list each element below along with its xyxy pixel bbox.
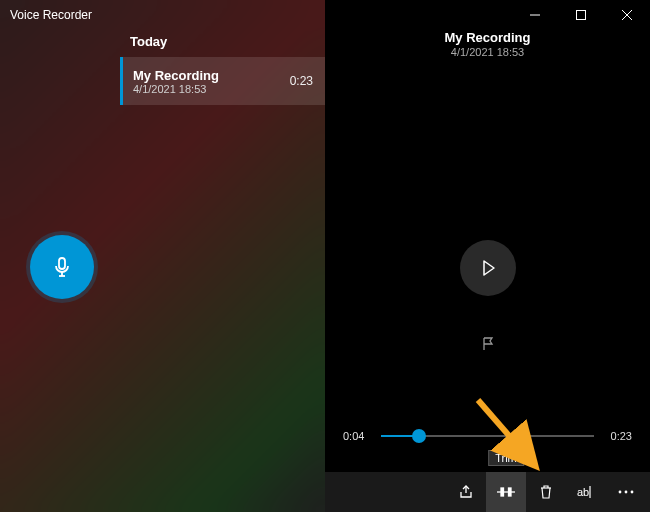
- svg-rect-4: [577, 11, 586, 20]
- play-button[interactable]: [460, 240, 516, 296]
- trim-icon: [497, 485, 515, 499]
- maximize-icon: [576, 10, 586, 20]
- play-icon: [478, 258, 498, 278]
- seek-track[interactable]: [381, 435, 594, 437]
- rename-button[interactable]: ab: [566, 472, 606, 512]
- minimize-button[interactable]: [512, 0, 558, 30]
- time-total: 0:23: [604, 430, 632, 442]
- svg-rect-9: [501, 488, 504, 496]
- svg-point-14: [625, 491, 628, 494]
- record-button[interactable]: [30, 235, 94, 299]
- add-marker-button[interactable]: [472, 328, 504, 360]
- title-bar: Voice Recorder: [0, 0, 325, 30]
- trim-tooltip: Trim: [488, 450, 524, 466]
- recording-duration: 0:23: [290, 74, 313, 88]
- seek-thumb[interactable]: [412, 429, 426, 443]
- microphone-icon: [50, 255, 74, 279]
- recording-name: My Recording: [133, 68, 290, 83]
- recording-date: 4/1/2021 18:53: [133, 83, 290, 95]
- recording-item[interactable]: My Recording 4/1/2021 18:53 0:23: [120, 57, 325, 105]
- rename-icon: ab: [577, 485, 595, 499]
- playback-timeline: 0:04 0:23: [343, 430, 632, 442]
- close-icon: [622, 10, 632, 20]
- svg-marker-7: [484, 261, 494, 275]
- svg-point-13: [619, 491, 622, 494]
- svg-rect-0: [59, 258, 65, 269]
- maximize-button[interactable]: [558, 0, 604, 30]
- flag-icon: [480, 336, 496, 352]
- trim-button[interactable]: Trim: [486, 472, 526, 512]
- share-icon: [458, 484, 474, 500]
- svg-rect-10: [509, 488, 512, 496]
- more-icon: [618, 490, 634, 494]
- detail-date: 4/1/2021 18:53: [451, 46, 524, 58]
- svg-text:ab: ab: [577, 486, 589, 498]
- share-button[interactable]: [446, 472, 486, 512]
- svg-point-15: [631, 491, 634, 494]
- delete-button[interactable]: [526, 472, 566, 512]
- app-title: Voice Recorder: [10, 8, 92, 22]
- detail-toolbar: Trim ab: [325, 472, 650, 512]
- list-group-header: Today: [130, 34, 325, 49]
- detail-pane: My Recording 4/1/2021 18:53 0:04 0:23: [325, 0, 650, 512]
- close-button[interactable]: [604, 0, 650, 30]
- more-button[interactable]: [606, 472, 646, 512]
- recordings-list-pane: Voice Recorder Today My Recording 4/1/20…: [0, 0, 325, 512]
- minimize-icon: [530, 10, 540, 20]
- trash-icon: [539, 484, 553, 500]
- time-current: 0:04: [343, 430, 371, 442]
- detail-title: My Recording: [445, 30, 531, 45]
